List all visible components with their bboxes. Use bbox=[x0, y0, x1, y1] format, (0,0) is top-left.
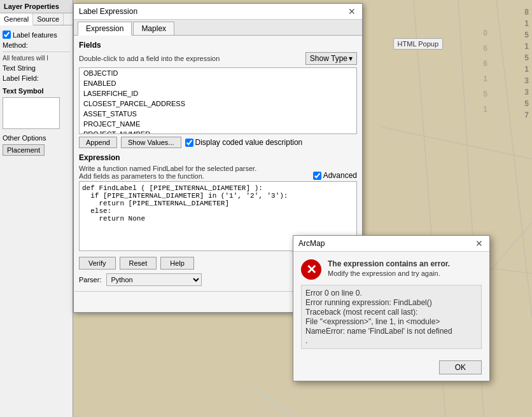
field-item-address[interactable]: CLOSEST_PARCEL_ADDRESS bbox=[80, 99, 356, 109]
label-expr-close-button[interactable]: ✕ bbox=[347, 6, 357, 17]
label-features-text: Label features bbox=[13, 31, 57, 39]
map-num-c: 6 bbox=[483, 56, 487, 71]
fields-hint: Double-click to add a field into the exp… bbox=[79, 55, 220, 62]
lp-tab-source[interactable]: Source bbox=[33, 13, 64, 25]
map-number-9: 5 bbox=[524, 98, 529, 109]
verify-button[interactable]: Verify bbox=[79, 257, 116, 270]
map-number-3: 5 bbox=[524, 29, 529, 41]
fields-section-label: Fields bbox=[79, 41, 357, 50]
map-number-8: 3 bbox=[524, 86, 529, 98]
arcmap-main-message: The expression contains an error. bbox=[328, 259, 450, 268]
label-field-label: Label Field: bbox=[3, 74, 70, 82]
expression-header: Write a function named FindLabel for the… bbox=[79, 165, 357, 180]
arcmap-detail-2: Error running expression: FindLabel() bbox=[305, 298, 477, 307]
map-number-7: 3 bbox=[524, 75, 529, 86]
field-item-project-number[interactable]: PROJECT_NUMBER bbox=[80, 129, 356, 134]
error-icon: ✕ bbox=[301, 259, 321, 280]
fields-actions: Append Show Values... Display coded valu… bbox=[79, 137, 357, 148]
arcmap-close-button[interactable]: ✕ bbox=[474, 238, 484, 249]
advanced-row: Advanced bbox=[313, 171, 357, 180]
layer-properties-panel: Layer Properties General Source Label fe… bbox=[0, 0, 73, 417]
map-number-5: 5 bbox=[524, 52, 529, 64]
svg-line-6 bbox=[255, 388, 293, 417]
fields-header: Double-click to add a field into the exp… bbox=[79, 52, 357, 65]
field-item-asset-status[interactable]: ASSET_STATUS bbox=[80, 109, 356, 119]
arcmap-detail-3: Traceback (most recent call last): bbox=[305, 308, 477, 317]
expression-hint-block: Write a function named FindLabel for the… bbox=[79, 165, 256, 180]
arcmap-messages: The expression contains an error. Modify… bbox=[328, 259, 450, 277]
append-button[interactable]: Append bbox=[79, 137, 117, 148]
text-symbol-section: Text Symbol bbox=[3, 87, 70, 129]
map-num-d: 1 bbox=[483, 71, 487, 86]
arcmap-detail-6: . bbox=[305, 336, 477, 345]
arcmap-detail-4: File "<expression>", line 1, in <module> bbox=[305, 317, 477, 326]
tab-expression[interactable]: Expression bbox=[78, 22, 132, 36]
lp-tab-general[interactable]: General bbox=[0, 13, 33, 25]
display-coded-checkbox[interactable] bbox=[185, 139, 193, 147]
show-type-dropdown-icon: ▾ bbox=[349, 54, 353, 63]
arcmap-footer: OK bbox=[293, 357, 489, 381]
method-label: Method: bbox=[3, 41, 70, 49]
layer-properties-tabs: General Source bbox=[0, 13, 73, 25]
show-type-button[interactable]: Show Type ▾ bbox=[305, 52, 357, 65]
arcmap-ok-button[interactable]: OK bbox=[439, 360, 482, 374]
html-popup-label: HTML Popup bbox=[393, 38, 443, 50]
field-item-laserfiche[interactable]: LASERFICHE_ID bbox=[80, 88, 356, 99]
svg-line-3 bbox=[382, 127, 532, 159]
arcmap-title: ArcMap bbox=[298, 239, 325, 248]
arcmap-titlebar: ArcMap ✕ bbox=[293, 236, 489, 252]
arcmap-detail-5: NameError: name 'FindLabel' is not defin… bbox=[305, 327, 477, 336]
label-expr-title: Label Expression bbox=[79, 7, 137, 16]
text-symbol-label: Text Symbol bbox=[3, 87, 70, 95]
map-number-1: 8 bbox=[524, 6, 529, 18]
map-number-6: 1 bbox=[524, 64, 529, 75]
arcmap-sub-message: Modify the expression and try again. bbox=[328, 270, 450, 277]
field-item-enabled[interactable]: ENABLED bbox=[80, 78, 356, 88]
field-item-objectid[interactable]: OBJECTID bbox=[80, 68, 356, 78]
advanced-text: Advanced bbox=[323, 171, 357, 180]
expression-hint2: Add fields as parameters to the function… bbox=[79, 172, 256, 180]
lp-panel-content: Label features Method: All features will… bbox=[0, 25, 73, 158]
expression-section-label: Expression bbox=[79, 153, 357, 162]
map-number-4: 1 bbox=[524, 41, 529, 52]
fields-list[interactable]: OBJECTID ENABLED LASERFICHE_ID CLOSEST_P… bbox=[79, 67, 357, 134]
map-num-a: 0 bbox=[483, 25, 487, 41]
placement-section: Placement bbox=[3, 144, 70, 156]
map-number-10: 7 bbox=[524, 109, 529, 121]
display-coded-row: Display coded value description bbox=[185, 138, 303, 147]
label-expr-tabs: Expression Maplex bbox=[74, 20, 362, 36]
advanced-checkbox[interactable] bbox=[313, 172, 321, 180]
other-options-label: Other Options bbox=[3, 134, 70, 142]
map-number-2: 1 bbox=[524, 18, 529, 29]
text-symbol-box[interactable] bbox=[3, 97, 60, 129]
parser-select[interactable]: Python bbox=[106, 273, 202, 286]
map-num-e: 5 bbox=[483, 86, 487, 102]
display-coded-text: Display coded value description bbox=[195, 138, 303, 147]
arcmap-top-row: ✕ The expression contains an error. Modi… bbox=[301, 259, 482, 280]
all-features-text: All features will l bbox=[3, 51, 70, 62]
arcmap-body: ✕ The expression contains an error. Modi… bbox=[293, 252, 489, 357]
field-item-project-name[interactable]: PROJECT_NAME bbox=[80, 119, 356, 129]
label-features-checkbox[interactable] bbox=[3, 31, 11, 39]
arcmap-details: Error 0 on line 0. Error running express… bbox=[301, 285, 482, 349]
layer-properties-title: Layer Properties bbox=[0, 0, 73, 13]
map-num-b: 6 bbox=[483, 41, 487, 56]
arcmap-dialog: ArcMap ✕ ✕ The expression contains an er… bbox=[293, 235, 490, 381]
expression-hint1: Write a function named FindLabel for the… bbox=[79, 165, 256, 172]
show-values-button[interactable]: Show Values... bbox=[121, 137, 181, 148]
label-features-row: Label features bbox=[3, 31, 70, 39]
label-expr-titlebar: Label Expression ✕ bbox=[74, 4, 362, 20]
parser-label: Parser: bbox=[79, 276, 101, 284]
tab-maplex[interactable]: Maplex bbox=[133, 22, 174, 35]
placement-button[interactable]: Placement bbox=[3, 144, 45, 156]
map-num-f: 1 bbox=[483, 102, 487, 117]
text-string-label: Text String bbox=[3, 64, 70, 72]
help-button[interactable]: Help bbox=[160, 257, 194, 270]
arcmap-detail-1: Error 0 on line 0. bbox=[305, 289, 477, 297]
reset-button[interactable]: Reset bbox=[120, 257, 157, 270]
